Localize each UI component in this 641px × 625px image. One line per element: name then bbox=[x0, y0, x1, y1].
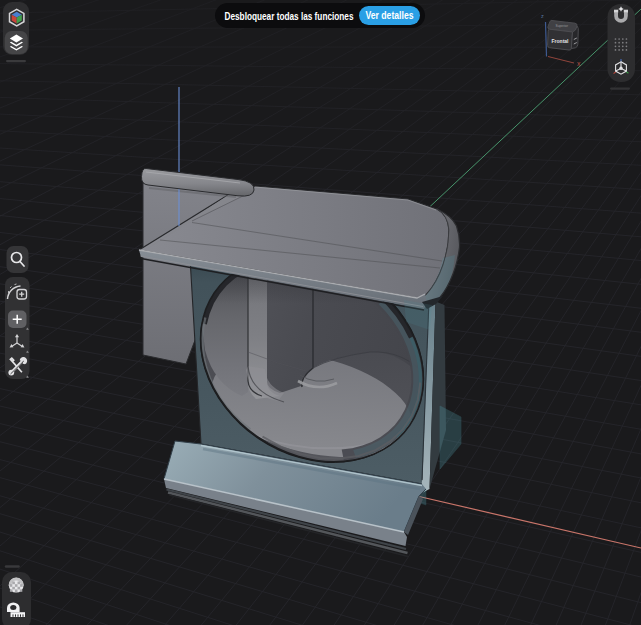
svg-text:z: z bbox=[541, 13, 544, 19]
svg-text:Ver detalles: Ver detalles bbox=[366, 10, 414, 21]
svg-text:Desbloquear todas las funcione: Desbloquear todas las funciones bbox=[225, 10, 354, 22]
svg-text:Superior: Superior bbox=[556, 24, 569, 28]
svg-text:Frontal: Frontal bbox=[552, 38, 570, 44]
svg-text:x: x bbox=[577, 60, 581, 67]
